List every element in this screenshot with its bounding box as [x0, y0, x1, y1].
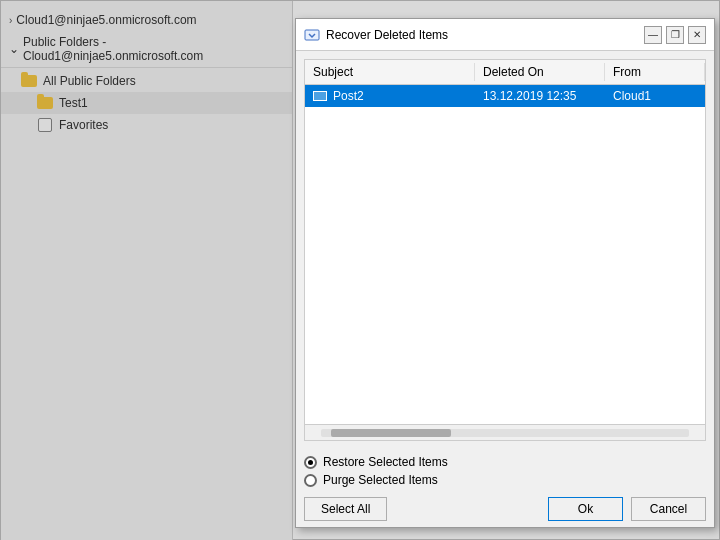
column-header-from: From — [605, 63, 705, 81]
table-row[interactable]: Post2 13.12.2019 12:35 Cloud1 — [305, 85, 705, 107]
table-body: Post2 13.12.2019 12:35 Cloud1 — [305, 85, 705, 424]
bottom-area: Restore Selected Items Purge Selected It… — [296, 449, 714, 527]
recover-deleted-items-dialog: Recover Deleted Items — ❐ ✕ Subject Dele… — [295, 18, 715, 528]
modal-title-left: Recover Deleted Items — [304, 27, 448, 43]
purge-selected-radio[interactable]: Purge Selected Items — [304, 473, 706, 487]
restore-label: Restore Selected Items — [323, 455, 448, 469]
items-table: Subject Deleted On From Post2 13.12.2019… — [304, 59, 706, 441]
restore-selected-radio[interactable]: Restore Selected Items — [304, 455, 706, 469]
cell-deleted-on: 13.12.2019 12:35 — [475, 87, 605, 105]
svg-rect-0 — [305, 30, 319, 40]
table-header: Subject Deleted On From — [305, 60, 705, 85]
purge-radio-input[interactable] — [304, 474, 317, 487]
cell-from: Cloud1 — [605, 87, 705, 105]
select-all-button[interactable]: Select All — [304, 497, 387, 521]
purge-label: Purge Selected Items — [323, 473, 438, 487]
modal-window-controls: — ❐ ✕ — [644, 26, 706, 44]
ok-button[interactable]: Ok — [548, 497, 623, 521]
modal-overlay: Recover Deleted Items — ❐ ✕ Subject Dele… — [0, 0, 720, 540]
scrollbar-thumb[interactable] — [331, 429, 451, 437]
restore-button[interactable]: ❐ — [666, 26, 684, 44]
modal-title-text: Recover Deleted Items — [326, 28, 448, 42]
close-button[interactable]: ✕ — [688, 26, 706, 44]
horizontal-scrollbar[interactable] — [305, 424, 705, 440]
cell-subject: Post2 — [305, 87, 475, 105]
column-header-deleted-on: Deleted On — [475, 63, 605, 81]
modal-titlebar: Recover Deleted Items — ❐ ✕ — [296, 19, 714, 51]
modal-body: Subject Deleted On From Post2 13.12.2019… — [296, 51, 714, 527]
button-row: Select All Ok Cancel — [304, 497, 706, 521]
column-header-subject: Subject — [305, 63, 475, 81]
email-icon — [313, 91, 327, 101]
radio-group: Restore Selected Items Purge Selected It… — [304, 455, 706, 487]
cancel-button[interactable]: Cancel — [631, 497, 706, 521]
restore-radio-input[interactable] — [304, 456, 317, 469]
minimize-button[interactable]: — — [644, 26, 662, 44]
modal-title-icon — [304, 27, 320, 43]
scrollbar-track — [321, 429, 689, 437]
